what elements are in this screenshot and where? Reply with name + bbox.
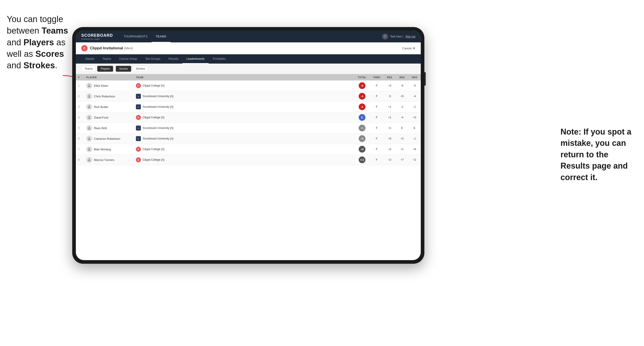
cell-thru: F: [370, 144, 384, 155]
cell-thru: F: [370, 155, 384, 165]
cell-rd3: -1: [408, 134, 421, 144]
cell-total: +11: [354, 155, 370, 165]
toggle-scores[interactable]: Scores: [116, 66, 131, 72]
cell-rank: 5: [76, 123, 84, 134]
cell-rank: 3: [76, 102, 84, 112]
cell-rd2: +5: [396, 91, 408, 102]
col-rd3: RD3: [408, 74, 421, 80]
tournament-title: C Clippd Invitational (Men): [81, 45, 133, 51]
nav-teams[interactable]: TEAMS: [152, 31, 170, 42]
sub-navigation: Details Teams Course Setup Tee Groups Re…: [76, 54, 421, 64]
col-rd1: RD1: [384, 74, 396, 80]
cell-rank: 7: [76, 144, 84, 155]
svg-point-5: [88, 127, 90, 128]
svg-point-2: [88, 95, 90, 96]
cell-total: +1: [354, 123, 370, 134]
table-row: 4David FordCClippd College [A]EF+1-4+3: [76, 112, 421, 123]
cell-rd3: +2: [408, 155, 421, 165]
cell-rd3: +3: [408, 112, 421, 123]
tab-teams[interactable]: Teams: [98, 54, 115, 64]
cell-total: -4: [354, 91, 370, 102]
cancel-button[interactable]: Cancel ✕: [402, 46, 415, 50]
cell-rank: 2: [76, 91, 84, 102]
toggle-players[interactable]: Players: [97, 66, 113, 72]
cell-player: Cameron Robertson: [84, 134, 134, 144]
svg-point-4: [88, 116, 90, 117]
svg-point-7: [88, 148, 90, 149]
cell-team: CClippd College [A]: [134, 155, 354, 165]
cell-rank: 4: [76, 112, 84, 123]
cell-rank: 6: [76, 134, 84, 144]
toggle-strokes[interactable]: Strokes: [132, 66, 148, 72]
app-logo: SCOREBOARD Powered by clippd: [81, 33, 113, 40]
svg-point-6: [88, 137, 90, 139]
cell-thru: F: [370, 91, 384, 102]
user-avatar: T: [382, 34, 388, 39]
cell-rd1: +3: [384, 80, 396, 91]
toggle-teams[interactable]: Teams: [81, 66, 96, 72]
cell-total: E: [354, 112, 370, 123]
cell-rd1: -5: [384, 91, 396, 102]
table-row: 1Elliot EbertCClippd College [A]-8F+3-6-…: [76, 80, 421, 91]
tab-details[interactable]: Details: [81, 54, 98, 64]
ipad-frame: SCOREBOARD Powered by clippd TOURNAMENTS…: [72, 27, 424, 264]
cell-team: CClippd College [A]: [134, 144, 354, 155]
cell-rd2: -2: [396, 102, 408, 112]
col-rank: #: [76, 74, 84, 80]
cell-rd2: +1: [396, 144, 408, 155]
cell-rd1: +1: [384, 112, 396, 123]
table-row: 2Chris Robertson▪▪Scoreboard University …: [76, 91, 421, 102]
cell-player: David Ford: [84, 112, 134, 123]
cell-rank: 1: [76, 80, 84, 91]
cell-thru: F: [370, 112, 384, 123]
cell-team: CClippd College [A]: [134, 112, 354, 123]
cell-rd2: +2: [396, 134, 408, 144]
cell-rd2: -6: [396, 80, 408, 91]
cell-rd2: E: [396, 123, 408, 134]
logo-title: SCOREBOARD: [81, 33, 113, 38]
sign-out-link[interactable]: Sign out: [406, 35, 415, 38]
cell-team: ▪▪Scoreboard University [A]: [134, 91, 354, 102]
cell-rd3: -4: [408, 91, 421, 102]
svg-point-8: [88, 159, 90, 160]
col-team: TEAM: [134, 74, 354, 80]
user-name: Test User |: [390, 35, 403, 38]
cell-player: Elliot Ebert: [84, 80, 134, 91]
tab-leaderboards[interactable]: Leaderboards: [182, 54, 208, 64]
tab-printables[interactable]: Printables: [208, 54, 230, 64]
cell-thru: F: [370, 80, 384, 91]
svg-point-1: [88, 84, 90, 86]
tab-course-setup[interactable]: Course Setup: [115, 54, 141, 64]
ipad-screen: SCOREBOARD Powered by clippd TOURNAMENTS…: [76, 31, 421, 260]
cell-rd2: +7: [396, 155, 408, 165]
top-nav-bar: SCOREBOARD Powered by clippd TOURNAMENTS…: [76, 31, 421, 42]
cell-rd3: +6: [408, 144, 421, 155]
cell-rd2: -4: [396, 112, 408, 123]
tournament-gender: (Men): [124, 46, 133, 50]
cell-player: Rich Butler: [84, 102, 134, 112]
cell-total: +6: [354, 134, 370, 144]
cell-rd1: +2: [384, 155, 396, 165]
col-total: TOTAL: [354, 74, 370, 80]
cell-player: Rees Britt: [84, 123, 134, 134]
cell-rd3: E: [408, 123, 421, 134]
tab-results[interactable]: Results: [164, 54, 182, 64]
table-row: 8Marcus TurnersCClippd College [A]+11F+2…: [76, 155, 421, 165]
nav-tournaments[interactable]: TOURNAMENTS: [120, 31, 152, 42]
table-row: 3Rich Butler▪▪Scoreboard University [A]-…: [76, 102, 421, 112]
table-row: 6Cameron Robertson▪▪Scoreboard Universit…: [76, 134, 421, 144]
tournament-header: C Clippd Invitational (Men) Cancel ✕: [76, 42, 421, 54]
right-annotation: Note: If you spot a mistake, you can ret…: [560, 126, 637, 183]
cell-total: -8: [354, 80, 370, 91]
col-player: PLAYER: [84, 74, 134, 80]
tab-tee-groups[interactable]: Tee Groups: [141, 54, 164, 64]
cell-thru: F: [370, 134, 384, 144]
table-header-row: # PLAYER TEAM TOTAL THRU RD1 RD2 RD3: [76, 74, 421, 80]
cell-rd1: +1: [384, 102, 396, 112]
user-menu: T Test User | Sign out: [382, 34, 415, 39]
cell-rank: 8: [76, 155, 84, 165]
cell-team: ▪▪Scoreboard University [A]: [134, 134, 354, 144]
cell-player: Marcus Turners: [84, 155, 134, 165]
top-navigation: TOURNAMENTS TEAMS: [120, 31, 382, 42]
cell-rd1: +1: [384, 123, 396, 134]
